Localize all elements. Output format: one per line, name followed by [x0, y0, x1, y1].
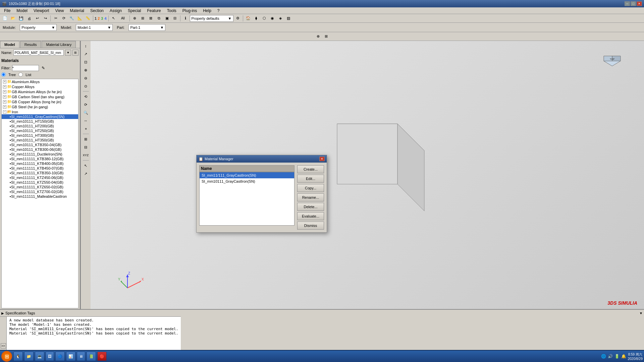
undo-btn[interactable]: ↩: [34, 15, 41, 22]
expand-gb-copper[interactable]: +: [3, 100, 6, 104]
mm-close-button[interactable]: ✕: [319, 157, 325, 161]
save-btn[interactable]: 💾: [17, 15, 25, 22]
vtb2[interactable]: ↗: [82, 50, 90, 58]
tray-network[interactable]: 🌐: [601, 354, 606, 359]
vtb12[interactable]: ⊞: [82, 135, 90, 143]
menu-feature[interactable]: Feature: [144, 8, 163, 14]
tb14[interactable]: 🏠: [245, 15, 252, 22]
tree-gb-aluminium[interactable]: + 📁 GB Aluminium Alloys (lv he jin): [2, 89, 78, 94]
tree-ktb400[interactable]: ▪ SI_mm111111_KTB400-05(GB): [2, 161, 78, 166]
part-dropdown[interactable]: Part-1 ▼: [128, 24, 165, 31]
tb17[interactable]: ◉: [269, 15, 276, 22]
tree-ductile[interactable]: ▪ SI_mm111111_DuctileIron(SN): [2, 152, 78, 157]
vtb15[interactable]: ↗: [82, 170, 90, 177]
mm-delete-btn[interactable]: Delete...: [297, 203, 324, 211]
spec-tags-expand[interactable]: ▼: [639, 311, 643, 315]
tree-ht150[interactable]: ▪ SI_mm10111_HT150(GB): [2, 119, 78, 124]
start-button[interactable]: ⊞: [1, 351, 12, 362]
name-dropdown-btn[interactable]: ▼: [65, 50, 71, 56]
radio-tree[interactable]: [1, 72, 6, 77]
close-button[interactable]: ✕: [637, 1, 642, 6]
tb12[interactable]: ▣: [163, 15, 171, 22]
vtb-xyz[interactable]: XYZ: [82, 152, 90, 159]
menu-special[interactable]: Special: [125, 8, 144, 14]
taskbar-app-5[interactable]: 🔵: [55, 352, 65, 361]
vtb6[interactable]: ⊙: [82, 82, 90, 90]
mm-edit-btn[interactable]: Edit...: [297, 175, 324, 183]
taskbar-app-3[interactable]: 💻: [35, 352, 44, 361]
tb15[interactable]: ⧫: [253, 15, 260, 22]
property-defaults-dropdown[interactable]: Property defaults ▼: [190, 15, 233, 22]
tb7[interactable]: 📏: [84, 15, 92, 22]
tree-ktb350[interactable]: ▪ SI_mm10111_KTB350-04(GB): [2, 142, 78, 147]
tree-malleable[interactable]: ▪ SI_mm111111_MalleableCastIron: [2, 194, 78, 199]
redo-btn[interactable]: ↪: [42, 15, 49, 22]
vtb8[interactable]: ⟳: [82, 101, 90, 108]
name-action-btn[interactable]: ⊞: [72, 50, 78, 56]
num4[interactable]: 4: [104, 16, 106, 20]
vtb14[interactable]: ↖: [82, 162, 90, 169]
tb18[interactable]: ◈: [277, 15, 284, 22]
tree-gb-carbon[interactable]: + 📁 GB Carbon Steel (tan shu gang): [2, 94, 78, 99]
tab-material-library[interactable]: Material Library: [42, 41, 76, 48]
expand-iron[interactable]: −: [3, 110, 6, 114]
tb-settings[interactable]: ⚙: [234, 15, 241, 22]
module-dropdown[interactable]: Property ▼: [20, 24, 57, 31]
expand-aluminium[interactable]: +: [3, 80, 6, 83]
menu-material[interactable]: Material: [67, 8, 87, 14]
taskbar-app-9[interactable]: 🔴: [97, 352, 107, 361]
vtb7[interactable]: ⟲: [82, 93, 90, 100]
taskbar-app-2[interactable]: 📁: [24, 352, 34, 361]
cursor-btn[interactable]: ↖: [110, 15, 117, 22]
tb4[interactable]: ⟳: [60, 15, 67, 22]
menu-file[interactable]: File: [1, 8, 13, 14]
vtb5[interactable]: ⊖: [82, 74, 90, 82]
vtb9[interactable]: 🔍: [82, 109, 90, 116]
tb11[interactable]: ⧉: [155, 15, 163, 22]
taskbar-app-8[interactable]: 📗: [87, 352, 96, 361]
tray-notifications[interactable]: 🔔: [621, 354, 627, 359]
menu-assign[interactable]: Assign: [107, 8, 124, 14]
mm-evaluate-btn[interactable]: Evaluate...: [297, 212, 324, 220]
sub-tb1[interactable]: ⊕: [314, 33, 322, 40]
mm-dismiss-btn[interactable]: Dismiss: [297, 222, 324, 230]
vtb10[interactable]: ↔: [82, 117, 90, 124]
mm-rename-btn[interactable]: Rename...: [297, 193, 324, 201]
tree-ht350[interactable]: ▪ SI_mm10111_HT350(GB): [2, 138, 78, 142]
tree-ktb350-10[interactable]: ▪ SI_mm111111_KTB350-10(GB): [2, 171, 78, 175]
num2[interactable]: 2: [98, 16, 100, 20]
tree-ktb300[interactable]: ▪ SI_mm10111_KTB300-06(GB): [2, 147, 78, 152]
vtb3[interactable]: ⊡: [82, 58, 90, 66]
num3[interactable]: 3: [101, 16, 103, 20]
tree-ktz450[interactable]: ▪ SI_mm111111_KTZ450-06(GB): [2, 175, 78, 180]
minimize-button[interactable]: ─: [625, 1, 630, 6]
expand-copper[interactable]: +: [3, 85, 6, 88]
tab-results[interactable]: Results: [20, 41, 41, 48]
mm-item-2[interactable]: SI_mm10111_GrayCastIron(SN): [200, 178, 294, 184]
expand-gb-steel[interactable]: +: [3, 105, 6, 109]
log-expand-btn[interactable]: >>: [1, 343, 6, 349]
filter-icon[interactable]: ✎: [40, 65, 46, 71]
model-dropdown[interactable]: Model-1 ▼: [76, 24, 113, 31]
menu-section[interactable]: Section: [88, 8, 106, 14]
taskbar-app-7[interactable]: 🖥: [77, 352, 85, 361]
tb3[interactable]: ✂: [52, 15, 59, 22]
print-btn[interactable]: 🖨: [25, 15, 33, 22]
tab-model[interactable]: Model: [0, 41, 19, 48]
tree-ht300[interactable]: ▪ SI_mm10111_HT300(GB): [2, 133, 78, 138]
tb13[interactable]: ⊟: [171, 15, 179, 22]
tree-ktb380[interactable]: ▪ SI_mm111111_KTB380-12(GB): [2, 157, 78, 161]
filter-input[interactable]: [12, 65, 39, 71]
new-btn[interactable]: 📄: [1, 15, 9, 22]
tb10[interactable]: ⊠: [147, 15, 155, 22]
spec-tags-arrow[interactable]: ▶: [1, 311, 4, 315]
tray-volume[interactable]: 🔊: [608, 354, 613, 359]
tree-ktz700[interactable]: ▪ SI_mm111111_KTZ700-02(GB): [2, 189, 78, 194]
menu-help[interactable]: Help: [200, 8, 214, 14]
taskbar-app-1[interactable]: 🐧: [13, 352, 23, 361]
taskbar-app-6[interactable]: 📊: [66, 352, 75, 361]
expand-gb-al[interactable]: +: [3, 90, 6, 94]
vtb13[interactable]: ⊟: [82, 143, 90, 151]
mm-create-btn[interactable]: Create...: [297, 165, 324, 173]
tree-ht250[interactable]: ▪ SI_mm10111_HT250(GB): [2, 128, 78, 133]
